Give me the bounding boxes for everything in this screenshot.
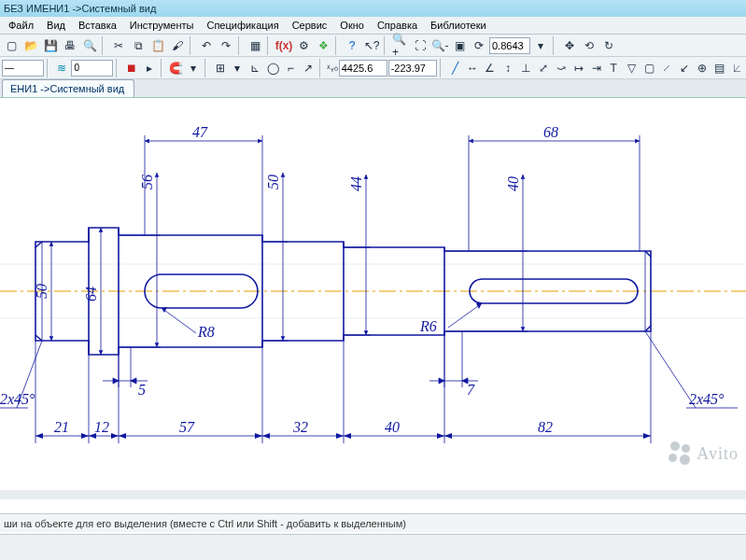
open-icon[interactable]: 📂 — [21, 36, 40, 55]
vars-icon[interactable]: ⚙ — [294, 36, 313, 55]
svg-marker-69 — [336, 433, 344, 439]
separator — [440, 59, 444, 77]
zoom-prev-icon[interactable]: ⟳ — [470, 36, 488, 55]
text-tool-icon[interactable]: Ꭲ — [605, 59, 622, 77]
local-cs-icon[interactable]: ⌐ — [282, 59, 299, 77]
snap-drop-icon[interactable]: ▾ — [185, 59, 202, 77]
svg-marker-66 — [119, 433, 126, 439]
dim-perp-icon[interactable]: ⊥ — [517, 59, 534, 77]
menu-service[interactable]: Сервис — [286, 18, 334, 33]
dim-rad-icon[interactable]: ⤢ — [535, 59, 552, 77]
watermark-text: Avito — [697, 444, 739, 464]
save-icon[interactable]: 💾 — [41, 36, 60, 55]
line-tool-icon[interactable]: ╱ — [446, 59, 463, 77]
svg-marker-43 — [113, 378, 119, 384]
toolbar-properties: — ≋ 0 ⏹ ▸ 🧲 ▾ ⊞ ▾ ⊾ ◯ ⌐ ↗ ᵡᵧ₀ ╱ ↔ ∠ ↕ ⊥ … — [0, 57, 746, 79]
arrow2-icon[interactable]: ↗ — [300, 59, 317, 77]
ortho-icon[interactable]: ⊾ — [246, 59, 263, 77]
snap-icon[interactable]: 🧲 — [167, 59, 184, 77]
rotate-icon[interactable]: ⟲ — [580, 36, 598, 55]
drawing-canvas[interactable]: R8 R6 47 68 50 64 — [0, 98, 746, 499]
status-bar-bottom — [0, 534, 746, 560]
separator — [553, 36, 557, 55]
stop-icon[interactable]: ⏹ — [123, 59, 140, 77]
grid-icon[interactable]: ⊞ — [212, 59, 229, 77]
dim-linear-icon[interactable]: ↔ — [464, 59, 481, 77]
zoom-fit-icon[interactable]: ▣ — [450, 36, 469, 55]
dim-arc-icon[interactable]: ⤻ — [553, 59, 570, 77]
svg-line-52 — [645, 331, 696, 408]
zoom-dropdown-icon[interactable]: ▾ — [531, 36, 550, 55]
tab-label: ЕНИ1 ->Системный вид — [10, 83, 124, 94]
section-icon[interactable]: ⟋ — [658, 59, 675, 77]
table-icon[interactable]: ▤ — [711, 59, 728, 77]
dim-7: 7 — [467, 382, 475, 398]
coord-x-input[interactable] — [339, 60, 387, 77]
zoom-out-icon[interactable]: 🔍- — [430, 36, 449, 55]
styles-icon[interactable]: ❖ — [314, 36, 332, 55]
dim-base-icon[interactable]: ⇥ — [588, 59, 605, 77]
center-icon[interactable]: ⊕ — [694, 59, 711, 77]
format-paint-icon[interactable]: 🖌 — [168, 36, 187, 55]
paste-icon[interactable]: 📋 — [148, 36, 167, 55]
watermark: Avito — [669, 441, 739, 466]
separator — [190, 36, 194, 55]
zoom-area-icon[interactable]: ⛶ — [411, 36, 429, 55]
dim-47: 47 — [192, 124, 208, 140]
menu-view[interactable]: Вид — [40, 18, 72, 33]
play-icon[interactable]: ▸ — [141, 59, 158, 77]
undo-icon[interactable]: ↶ — [197, 36, 216, 55]
status-hint: ши на объекте для его выделения (вместе … — [4, 518, 406, 529]
tab-active[interactable]: ЕНИ1 ->Системный вид — [2, 79, 134, 97]
fx-icon[interactable]: f(x) — [274, 36, 293, 55]
menu-insert[interactable]: Вставка — [72, 18, 123, 33]
style-select[interactable]: — — [2, 60, 44, 77]
dim-vert-icon[interactable]: ↕ — [500, 59, 516, 77]
menu-tools[interactable]: Инструменты — [123, 18, 201, 33]
coord-y-input[interactable] — [388, 60, 437, 77]
library-icon[interactable]: ▦ — [246, 36, 264, 55]
menu-bar: Файл Вид Вставка Инструменты Спецификаци… — [0, 17, 746, 35]
preview-icon[interactable]: 🔍 — [80, 36, 99, 55]
dim-chain-icon[interactable]: ↦ — [570, 59, 587, 77]
rough-icon[interactable]: ▽ — [623, 59, 640, 77]
help-icon[interactable]: ? — [343, 36, 361, 55]
dim-h50: 50 — [34, 284, 49, 299]
coord-label: ᵡᵧ₀ — [327, 63, 338, 73]
separator — [204, 59, 209, 77]
zoom-input[interactable] — [489, 37, 530, 54]
weld-icon[interactable]: ⟀ — [729, 59, 746, 77]
toolbar-standard: ▢ 📂 💾 🖶 🔍 ✂ ⧉ 📋 🖌 ↶ ↷ ▦ f(x) ⚙ ❖ ? ↖? 🔍+… — [0, 35, 746, 57]
datum-icon[interactable]: ▢ — [640, 59, 657, 77]
leader-icon[interactable]: ↙ — [676, 59, 693, 77]
menu-file[interactable]: Файл — [2, 18, 40, 33]
zoom-in-icon[interactable]: 🔍+ — [391, 36, 410, 55]
menu-window[interactable]: Окно — [333, 18, 371, 33]
separator — [335, 36, 340, 55]
new-icon[interactable]: ▢ — [2, 36, 21, 55]
svg-line-6 — [35, 335, 42, 341]
svg-marker-44 — [131, 378, 136, 384]
menu-libs[interactable]: Библиотеки — [424, 18, 493, 33]
separator — [116, 59, 120, 77]
separator — [384, 36, 388, 55]
redraw-icon[interactable]: ↻ — [599, 36, 618, 55]
pan-icon[interactable]: ✥ — [560, 36, 579, 55]
dim-5: 5 — [138, 382, 146, 398]
separator — [319, 59, 324, 77]
layer-select[interactable]: 0 — [71, 60, 113, 77]
round-icon[interactable]: ◯ — [264, 59, 281, 77]
copy-icon[interactable]: ⧉ — [129, 36, 148, 55]
dim-40v: 40 — [505, 176, 521, 191]
cut-icon[interactable]: ✂ — [109, 36, 128, 55]
dim-r8: R8 — [197, 324, 215, 340]
menu-help[interactable]: Справка — [371, 18, 424, 33]
svg-marker-19 — [476, 303, 482, 309]
dim-angle-icon[interactable]: ∠ — [482, 59, 499, 77]
whats-this-icon[interactable]: ↖? — [362, 36, 381, 55]
grid-drop-icon[interactable]: ▾ — [230, 59, 246, 77]
redo-icon[interactable]: ↷ — [217, 36, 235, 55]
layer-icon[interactable]: ≋ — [53, 59, 70, 77]
print-icon[interactable]: 🖶 — [61, 36, 79, 55]
menu-spec[interactable]: Спецификация — [200, 18, 285, 33]
